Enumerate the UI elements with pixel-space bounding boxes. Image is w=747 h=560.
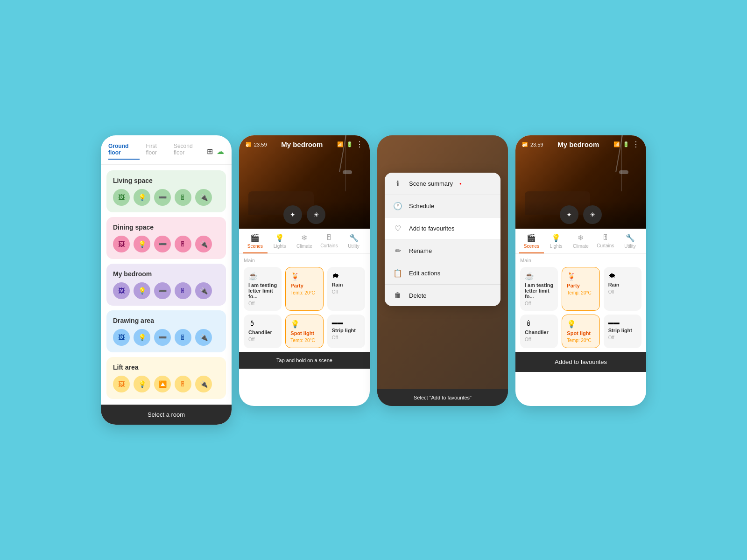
room-icon-curtain[interactable]: 🎚 (175, 376, 191, 392)
menu-item-delete[interactable]: 🗑 Delete (385, 285, 500, 306)
scene-status-rain-4: Off (608, 289, 637, 294)
scene-status-party: Temp: 20°C (290, 290, 318, 295)
room-card-drawing-area[interactable]: Drawing area 🖼 💡 ➖ 🎚 🔌 (106, 310, 226, 352)
tab-ground-floor[interactable]: Ground floor (108, 143, 140, 160)
room-icon-up[interactable]: 🔼 (154, 376, 171, 392)
room-title-lift-area: Lift area (113, 364, 219, 371)
tab-scenes-4[interactable]: 🎬 Scenes (519, 229, 544, 253)
room-icon-scene[interactable]: 🖼 (113, 329, 130, 346)
curtains-icon-4: 🎚 (602, 233, 609, 242)
room-icon-scene[interactable]: 🖼 (113, 236, 130, 252)
screen3-phone: ℹ Scene summary ● 🕐 Schedule ♡ Add to fa… (377, 135, 508, 406)
bedroom-controls: ✦ ☀ (283, 205, 325, 224)
edit-icon: ✏ (393, 246, 402, 255)
scene-card-party-4[interactable]: 🍹 Party Temp: 20°C (562, 267, 599, 311)
room-icon-utility[interactable]: 🔌 (195, 329, 212, 346)
room-icon-curtain[interactable]: 🎚 (175, 282, 191, 299)
scene-card-rain[interactable]: 🌧 Rain Off (327, 267, 365, 311)
brightness-down-btn-4[interactable]: ✦ (560, 205, 578, 224)
brightness-up-btn[interactable]: ☀ (307, 205, 325, 224)
battery-icon-4: 🔋 (623, 141, 629, 147)
room-icon-curtain[interactable]: 🎚 (175, 236, 191, 252)
scene-name-spotlight-4: Spot light (567, 330, 594, 336)
room-icon-scene[interactable]: 🖼 (113, 376, 130, 392)
scene-card-striplight-4[interactable]: ▬▬ Strip light Off (604, 315, 641, 348)
room-icons-drawing-area: 🖼 💡 ➖ 🎚 🔌 (113, 329, 219, 346)
scene-card-testing[interactable]: ☕ I am testing letter limit fo... Off (244, 267, 282, 311)
section-label-main-4: Main (520, 258, 641, 263)
scene-card-spotlight[interactable]: 💡 Spot light Temp: 20°C (285, 315, 323, 348)
room-icon-scene[interactable]: 🖼 (113, 189, 130, 206)
tab-scenes[interactable]: 🎬 Scenes (243, 229, 268, 253)
scene-card-testing-4[interactable]: ☕ I am testing letter limit fo... Off (520, 267, 558, 311)
room-icon-utility[interactable]: 🔌 (195, 282, 212, 299)
tab-curtains[interactable]: 🎚 Curtains (317, 229, 341, 253)
scene-card-spotlight-4[interactable]: 💡 Spot light Temp: 20°C (562, 315, 599, 348)
room-icon-climate[interactable]: ➖ (154, 236, 171, 252)
back-icon-4[interactable]: ‹ (522, 140, 525, 150)
scene-card-striplight[interactable]: ▬▬ Strip light Off (327, 315, 365, 348)
room-icon-climate[interactable]: ➖ (154, 189, 171, 206)
room-card-living-space[interactable]: Living space 🖼 💡 ➖ 🎚 🔌 (106, 170, 226, 212)
screen2-footer: Tap and hold on a scene (239, 352, 370, 369)
room-icon-utility[interactable]: 🔌 (195, 376, 212, 392)
back-icon[interactable]: ‹ (246, 140, 248, 150)
room-icon-light[interactable]: 💡 (134, 282, 150, 299)
more-icon-4[interactable]: ⋮ (632, 140, 640, 149)
room-icon-light[interactable]: 💡 (134, 236, 150, 252)
room-icon-utility[interactable]: 🔌 (195, 189, 212, 206)
tab-first-floor[interactable]: First floor (146, 143, 167, 160)
screen4-phone: 📶 23:59 My bedroom 📶 🔋 ⋮ ‹ ✦ ☀ 🎬 Scenes (515, 135, 646, 406)
menu-item-scene-summary[interactable]: ℹ Scene summary ● (385, 173, 500, 195)
scene-card-party[interactable]: 🍹 Party Temp: 20°C (285, 267, 323, 311)
tab-lights[interactable]: 💡 Lights (268, 229, 292, 253)
menu-item-rename[interactable]: ✏ Rename (385, 240, 500, 262)
room-icon-climate[interactable]: ➖ (154, 282, 171, 299)
bedroom-hero: 📶 23:59 My bedroom 📶 🔋 ⋮ ‹ ✦ ☀ (239, 135, 370, 229)
scene-card-rain-4[interactable]: 🌧 Rain Off (604, 267, 641, 311)
cloud-icon[interactable]: ☁ (217, 147, 224, 156)
tab-second-floor[interactable]: Second floor (174, 143, 202, 160)
room-icon-curtain[interactable]: 🎚 (175, 329, 191, 346)
scene-icon-party: 🍹 (290, 272, 318, 281)
brightness-down-btn[interactable]: ✦ (283, 205, 302, 224)
scene-status-spotlight: Temp: 20°C (290, 338, 318, 343)
grid-icon[interactable]: ⊞ (207, 147, 213, 156)
tab-climate-4[interactable]: ❄ Climate (569, 229, 593, 253)
tab-utility[interactable]: 🔧 Utility (341, 229, 366, 253)
brightness-up-btn-4[interactable]: ☀ (583, 205, 602, 224)
room-icon-climate[interactable]: ➖ (154, 329, 171, 346)
room-icon-scene[interactable]: 🖼 (113, 282, 130, 299)
scene-name-chandlier-4: Chandlier (525, 329, 553, 335)
scene-icon-rain: 🌧 (332, 272, 360, 280)
scene-status-chandlier-4: Off (525, 337, 553, 342)
menu-item-add-favourites[interactable]: ♡ Add to favourites (385, 217, 500, 240)
menu-item-edit-actions[interactable]: 📋 Edit actions (385, 262, 500, 285)
tab-curtains-4[interactable]: 🎚 Curtains (593, 229, 618, 253)
edit-actions-icon: 📋 (393, 269, 402, 278)
scenes-icon: 🎬 (250, 233, 260, 242)
more-icon[interactable]: ⋮ (356, 140, 363, 149)
lights-icon: 💡 (275, 233, 284, 242)
room-icon-light[interactable]: 💡 (134, 376, 150, 392)
room-icon-curtain[interactable]: 🎚 (175, 189, 191, 206)
tab-lights-4[interactable]: 💡 Lights (544, 229, 569, 253)
scene-card-chandlier-4[interactable]: 🕯 Chandlier Off (520, 315, 558, 348)
bedroom-hero-4: 📶 23:59 My bedroom 📶 🔋 ⋮ ‹ ✦ ☀ (515, 135, 646, 229)
tab-utility-4[interactable]: 🔧 Utility (618, 229, 642, 253)
scene-icon-chandlier: 🕯 (248, 319, 277, 328)
room-icon-utility[interactable]: 🔌 (195, 236, 212, 252)
room-icon-light[interactable]: 💡 (134, 189, 150, 206)
menu-item-schedule[interactable]: 🕐 Schedule (385, 195, 500, 217)
room-card-lift-area[interactable]: Lift area 🖼 💡 🔼 🎚 🔌 (106, 357, 226, 399)
scene-status-spotlight-4: Temp: 20°C (567, 338, 594, 343)
room-card-my-bedroom[interactable]: My bedroom 🖼 💡 ➖ 🎚 🔌 (106, 264, 226, 306)
room-icon-light[interactable]: 💡 (134, 329, 150, 346)
room-card-dining-space[interactable]: Dining space 🖼 💡 ➖ 🎚 🔌 (106, 217, 226, 259)
scene-icon-coffee-4: ☕ (525, 272, 553, 280)
scene-icon-coffee: ☕ (248, 272, 277, 280)
room-icons-my-bedroom: 🖼 💡 ➖ 🎚 🔌 (113, 282, 219, 299)
climate-icon-4: ❄ (578, 233, 584, 242)
scene-card-chandlier[interactable]: 🕯 Chandlier Off (244, 315, 282, 348)
tab-climate[interactable]: ❄ Climate (292, 229, 317, 253)
